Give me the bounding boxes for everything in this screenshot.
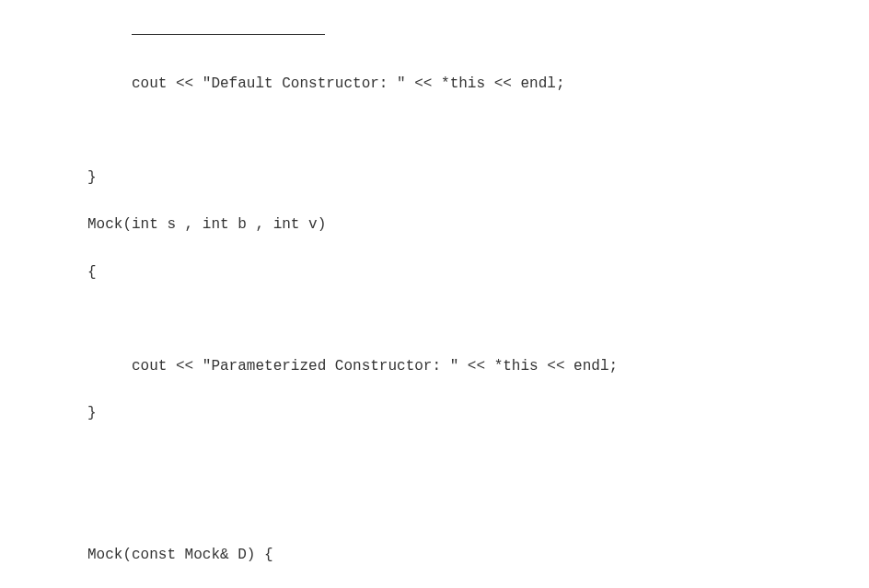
code-block: cout << "Default Constructor: " << *this… [0,2,869,588]
code-line: } [87,167,869,190]
code-line [87,308,869,332]
code-line: cout << "Default Constructor: " << *this… [87,73,869,97]
code-line: cout << "Parameterized Constructor: " <<… [87,355,869,379]
code-line: } [87,402,869,426]
code-line: { [87,261,869,285]
code-line [87,496,869,520]
code-line [87,449,869,473]
dash-rule [87,26,869,50]
code-line: Mock(int s , int b , int v) [87,213,869,237]
code-line: Mock(const Mock& D) { [87,544,869,568]
code-line [87,120,869,144]
